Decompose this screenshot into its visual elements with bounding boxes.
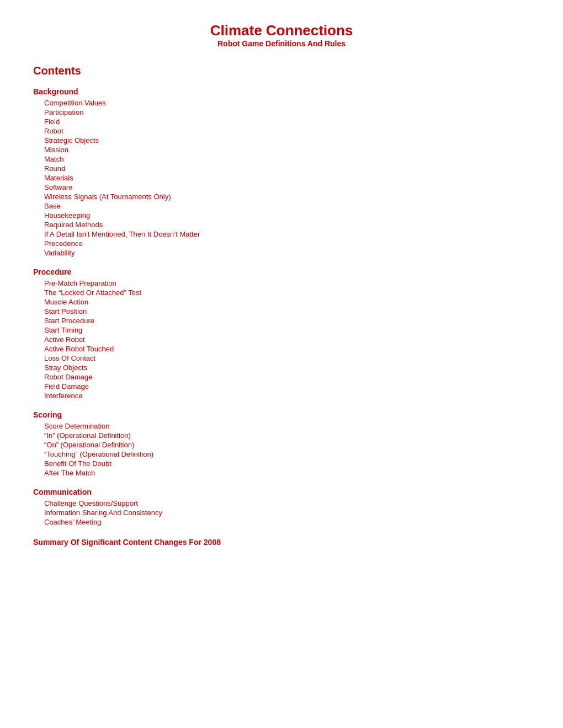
toc-item[interactable]: Challenge Questions/Support xyxy=(44,499,530,508)
section-background: BackgroundCompetition ValuesParticipatio… xyxy=(33,87,530,258)
section-communication: CommunicationChallenge Questions/Support… xyxy=(33,488,530,527)
toc-item[interactable]: Round xyxy=(44,164,530,173)
main-title: Climate Connections xyxy=(33,22,530,39)
section-header-procedure[interactable]: Procedure xyxy=(33,267,530,276)
toc-item[interactable]: Interference xyxy=(44,391,530,400)
toc-item[interactable]: “In” (Operational Definition) xyxy=(44,431,530,440)
toc-item[interactable]: Robot Damage xyxy=(44,372,530,382)
toc-item[interactable]: “Touching” (Operational Definition) xyxy=(44,449,530,459)
toc-item[interactable]: Housekeeping xyxy=(44,211,530,220)
contents-header: Contents xyxy=(33,65,530,77)
page-title-block: Climate Connections Robot Game Definitio… xyxy=(33,22,530,48)
toc-item[interactable]: Precedence xyxy=(44,239,530,248)
toc-item[interactable]: Start Procedure xyxy=(44,316,530,325)
toc-item[interactable]: Loss Of Contact xyxy=(44,354,530,363)
toc-item[interactable]: Base xyxy=(44,201,530,211)
toc-item[interactable]: Information Sharing And Consistency xyxy=(44,508,530,517)
toc-item[interactable]: Field xyxy=(44,117,530,126)
section-header-communication[interactable]: Communication xyxy=(33,488,530,496)
toc-item[interactable]: Score Determination xyxy=(44,421,530,431)
contents-section: Contents BackgroundCompetition ValuesPar… xyxy=(33,65,530,547)
main-subtitle: Robot Game Definitions And Rules xyxy=(33,39,530,48)
section-header-background[interactable]: Background xyxy=(33,87,530,96)
toc-item[interactable]: Software xyxy=(44,183,530,192)
toc-item[interactable]: Competition Values xyxy=(44,98,530,108)
toc-item[interactable]: Benefit Of The Doubt xyxy=(44,459,530,468)
toc-item[interactable]: Wireless Signals (At Tournaments Only) xyxy=(44,192,530,201)
toc-item[interactable]: Active Robot Touched xyxy=(44,344,530,354)
toc-item[interactable]: Coaches’ Meeting xyxy=(44,517,530,527)
section-scoring: ScoringScore Determination“In” (Operatio… xyxy=(33,410,530,478)
toc-item[interactable]: If A Detail Isn’t Mentioned, Then It Doe… xyxy=(44,229,530,239)
toc-item[interactable]: Start Position xyxy=(44,307,530,316)
toc-item[interactable]: Match xyxy=(44,154,530,164)
toc-item[interactable]: “On” (Operational Definition) xyxy=(44,440,530,449)
toc-item[interactable]: Stray Objects xyxy=(44,363,530,372)
toc-item[interactable]: Variability xyxy=(44,248,530,258)
toc-item[interactable]: Start Timing xyxy=(44,325,530,335)
toc-item[interactable]: Participation xyxy=(44,108,530,117)
toc-item[interactable]: Robot xyxy=(44,126,530,136)
toc-item[interactable]: Field Damage xyxy=(44,382,530,391)
section-header-scoring[interactable]: Scoring xyxy=(33,410,530,419)
toc-item[interactable]: Required Methods xyxy=(44,220,530,229)
toc-item[interactable]: Mission xyxy=(44,145,530,154)
toc-item[interactable]: The “Locked Or Attached” Test xyxy=(44,288,530,297)
summary-link[interactable]: Summary Of Significant Content Changes F… xyxy=(33,538,530,547)
toc-item[interactable]: Strategic Objects xyxy=(44,136,530,145)
toc-item[interactable]: Pre-Match Preparation xyxy=(44,279,530,288)
toc-item[interactable]: Materials xyxy=(44,173,530,183)
toc-item[interactable]: After The Match xyxy=(44,468,530,478)
section-procedure: ProcedurePre-Match PreparationThe “Locke… xyxy=(33,267,530,400)
toc-item[interactable]: Active Robot xyxy=(44,335,530,344)
toc-container: BackgroundCompetition ValuesParticipatio… xyxy=(33,87,530,527)
toc-item[interactable]: Muscle Action xyxy=(44,297,530,307)
